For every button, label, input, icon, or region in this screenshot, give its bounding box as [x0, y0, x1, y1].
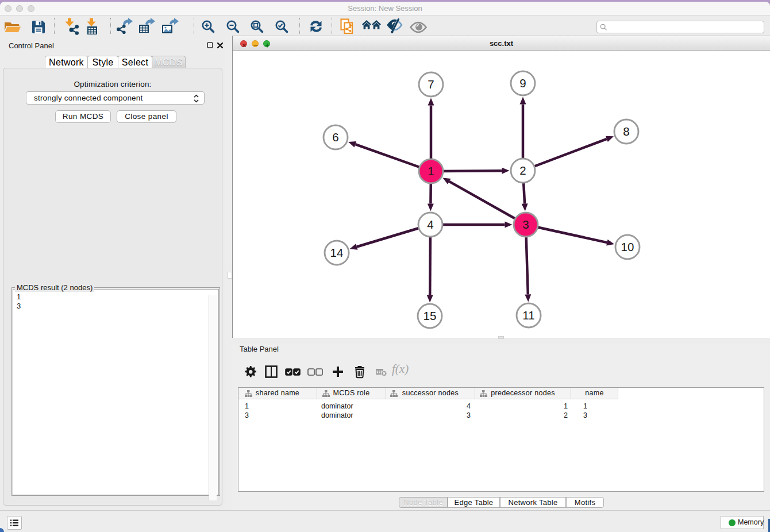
svg-text:7: 7 [428, 78, 434, 91]
svg-text:10: 10 [621, 240, 634, 253]
svg-text:2: 2 [519, 164, 526, 177]
svg-text:6: 6 [332, 130, 338, 144]
svg-text:4: 4 [427, 218, 433, 231]
svg-text:11: 11 [522, 309, 534, 322]
svg-text:1: 1 [428, 164, 434, 178]
svg-text:9: 9 [519, 76, 526, 90]
svg-text:3: 3 [522, 218, 529, 231]
svg-text:14: 14 [330, 246, 344, 259]
svg-text:8: 8 [623, 125, 629, 138]
svg-text:15: 15 [424, 309, 437, 322]
